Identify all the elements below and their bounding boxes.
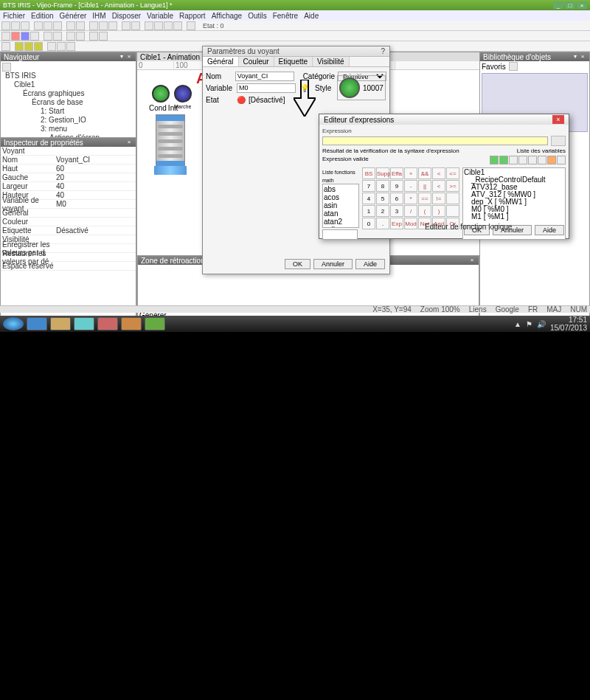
calc-key[interactable]: ||	[418, 180, 431, 192]
panel-close-icon[interactable]: ×	[579, 53, 586, 60]
tool-icon[interactable]	[509, 156, 518, 164]
minimize-button[interactable]: _	[553, 1, 563, 9]
close-button[interactable]: ×	[577, 1, 587, 9]
tree-item[interactable]: 3: menu	[2, 125, 134, 134]
calc-key[interactable]: /	[404, 205, 417, 217]
calc-key[interactable]: &&	[418, 167, 431, 179]
menu-aide[interactable]: Aide	[304, 12, 319, 20]
library-home-icon[interactable]	[509, 62, 518, 71]
task-vijeo-icon[interactable]	[145, 317, 165, 330]
func-item[interactable]: atan	[324, 209, 358, 218]
panel-close-icon[interactable]: ×	[468, 257, 476, 264]
tool-icon[interactable]	[528, 156, 537, 164]
tree-root[interactable]: BTS IRIS	[2, 72, 134, 80]
calc-key[interactable]: Supp	[376, 167, 389, 179]
calc-key[interactable]: Mod	[404, 218, 417, 229]
tray-net-icon[interactable]: ⚑	[526, 320, 532, 328]
tool-icon[interactable]	[538, 156, 546, 164]
var-input[interactable]	[237, 83, 296, 93]
prop-val[interactable]: Voyant_CI	[56, 156, 136, 164]
start-button[interactable]	[3, 317, 24, 330]
calc-key[interactable]: >=	[446, 180, 459, 192]
prop-val[interactable]: 60	[56, 164, 136, 173]
tree-item[interactable]: Écrans graphiques	[2, 89, 134, 98]
calc-key[interactable]: 1	[362, 205, 375, 217]
calc-key[interactable]	[446, 205, 459, 217]
tree-item[interactable]: Cible1	[2, 80, 134, 89]
toolbar2-distrib-icon[interactable]	[99, 32, 108, 41]
toolbar2-text-icon[interactable]	[44, 32, 52, 41]
calc-key[interactable]: 0	[362, 218, 375, 229]
toolbar3-pointer-icon[interactable]	[1, 42, 10, 51]
toolbar2-ungroup-icon[interactable]	[76, 32, 85, 41]
toolbar3-trend-icon[interactable]	[66, 42, 75, 51]
toolbar-check-icon[interactable]	[131, 21, 140, 30]
maximize-button[interactable]: □	[565, 1, 575, 9]
tray-flag-icon[interactable]: ▲	[514, 320, 521, 328]
help-button[interactable]: Aide	[535, 225, 564, 235]
toolbar-run-icon[interactable]	[99, 21, 108, 30]
var-item[interactable]: M1 [ %M1 ]	[464, 213, 564, 221]
tool-icon[interactable]	[547, 156, 556, 164]
calc-key[interactable]: 9	[390, 180, 403, 192]
menu-outils[interactable]: Outils	[248, 12, 267, 20]
calc-key[interactable]: -	[404, 180, 417, 192]
dlg-tab-visibilite[interactable]: Visibilité	[313, 57, 350, 66]
calc-key[interactable]: <	[432, 167, 445, 179]
func-item[interactable]: atan2	[324, 218, 358, 226]
toolbar2-group-icon[interactable]	[66, 32, 75, 41]
calc-key[interactable]: 4	[362, 193, 375, 204]
tray-sound-icon[interactable]: 🔊	[537, 320, 546, 328]
bottle-graphic[interactable]	[156, 114, 185, 188]
menu-generer[interactable]: Générer	[60, 12, 87, 20]
tree-item[interactable]: 2: Gestion_IO	[2, 116, 134, 125]
dlg-tab-etiquette[interactable]: Etiquette	[274, 57, 313, 66]
toolbar-build-icon[interactable]	[89, 21, 98, 30]
calc-key[interactable]: ==	[418, 193, 431, 204]
prop-val[interactable]: 40	[56, 182, 136, 190]
panel-pin-icon[interactable]: ▾	[118, 53, 125, 60]
func-item[interactable]: abs	[324, 185, 358, 193]
toolbar-stop-icon[interactable]	[108, 21, 117, 30]
toolbar-arrow-left-icon[interactable]	[145, 21, 153, 30]
cancel-button[interactable]: Annuler	[313, 259, 353, 269]
prop-val[interactable]: Désactivé	[56, 226, 136, 235]
menu-disposer[interactable]: Disposer	[112, 12, 141, 20]
task-ie-icon[interactable]	[27, 317, 47, 330]
toolbar3-meter-icon[interactable]	[47, 42, 56, 51]
menu-rapport[interactable]: Rapport	[179, 12, 206, 20]
task-explorer-icon[interactable]	[50, 317, 71, 330]
panel-close-icon[interactable]: ×	[125, 139, 133, 146]
nom-input[interactable]	[235, 72, 294, 81]
calc-key[interactable]: .	[376, 218, 389, 229]
toolbar2-img-icon[interactable]	[53, 32, 62, 41]
calc-key[interactable]: +	[404, 167, 417, 179]
calc-key[interactable]: BS	[362, 167, 375, 179]
calc-key[interactable]: *	[404, 193, 417, 204]
calc-key[interactable]	[446, 193, 459, 204]
func-input[interactable]	[322, 229, 358, 240]
calc-key[interactable]: <	[432, 180, 445, 192]
tool-icon[interactable]	[557, 156, 566, 164]
calc-key[interactable]: Effa	[390, 167, 403, 179]
calc-key[interactable]: Exp	[390, 218, 403, 229]
menu-fenetre[interactable]: Fenêtre	[273, 12, 298, 20]
toolbar-paste-icon[interactable]	[53, 21, 62, 30]
lamp-blue[interactable]	[174, 85, 192, 103]
toolbar3-lamp-icon[interactable]	[15, 42, 24, 51]
toolbar3-switch-icon[interactable]	[34, 42, 43, 51]
filter2-icon[interactable]	[499, 156, 508, 164]
prop-val[interactable]: M0	[56, 200, 136, 208]
toolbar-zoom-icon[interactable]	[187, 21, 195, 30]
menu-affichage[interactable]: Affichage	[212, 12, 243, 20]
calc-key[interactable]: 3	[390, 205, 403, 217]
prop-val[interactable]: 40	[56, 191, 136, 199]
toolbar-copy-icon[interactable]	[44, 21, 52, 30]
panel-close-icon[interactable]: ×	[125, 53, 133, 60]
calc-key[interactable]: 6	[390, 193, 403, 204]
lamp-green[interactable]	[152, 85, 170, 103]
calc-key[interactable]: 7	[362, 180, 375, 192]
calc-key[interactable]: 5	[376, 193, 389, 204]
calc-key[interactable]: <=	[446, 167, 459, 179]
tree-item[interactable]: Écrans de base	[2, 98, 134, 107]
